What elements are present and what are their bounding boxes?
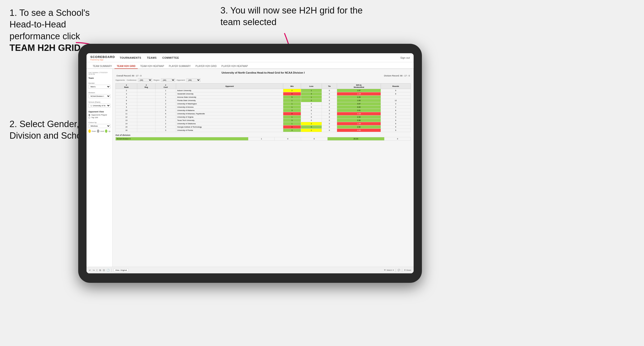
cell-tie: 0 [322,112,337,116]
cell-opponent: University of Florida [176,129,283,132]
sub-nav: TEAM SUMMARY TEAM H2H GRID TEAM H2H HEAT… [86,62,414,69]
sidebar-opponent-label: Opponent View [88,111,110,113]
cell-win: 3 [283,119,301,122]
out-division-name: NCAA Division II [116,137,248,141]
gender-select[interactable]: Men's [88,85,110,89]
cell-diff: -2.29 [337,92,381,96]
undo-btn[interactable]: ↩ [89,269,91,271]
opponent-filter-label: Opponent [176,79,185,81]
cell-rank: 13 [116,119,137,122]
radio-top100[interactable]: Top 100 [88,116,110,119]
cell-reg [137,119,155,122]
watch-btn[interactable]: 👁 Watch ▾ [384,269,394,271]
cell-opponent: Vanderbilt University [176,92,283,96]
cell-loss: 1 [301,96,322,99]
out-of-division-title: Out of division [116,134,411,136]
comment-btn[interactable]: 💬 [398,269,400,271]
out-division-win: 1 [248,137,274,141]
subnav-player-h2h-grid[interactable]: PLAYER H2H GRID [193,64,219,69]
subnav-team-h2h-heatmap[interactable]: TEAM H2H HEATMAP [138,64,166,69]
cell-rank: 15 [116,125,137,129]
cell-diff: 5.56 [337,119,381,122]
cell-rank: 3 [116,92,137,96]
nav-tournaments[interactable]: TOURNAMENTS [120,54,141,61]
swatch-down-label: Down [92,130,96,132]
cell-win: 3 [283,129,301,132]
opponents-filter-label: Opponents: [116,79,125,81]
cell-win: 0 [283,112,301,116]
subnav-team-summary[interactable]: TEAM SUMMARY [90,64,114,69]
region-filter-select[interactable]: (All) [161,78,175,82]
division-select[interactable]: NCAA Division I [88,94,110,98]
out-division-loss: 0 [275,137,301,141]
sidebar-school-label: School (Rank) [88,101,110,103]
school-select[interactable]: 1. University of Nort... [88,104,110,108]
cell-reg [137,116,155,119]
cell-rounds [381,96,410,99]
cell-rank: 2 [116,89,137,92]
sidebar-colour-label: Colour by [88,121,110,124]
cell-rank: 12 [116,116,137,119]
cell-rounds: 2 [381,106,410,109]
view-original-btn[interactable]: View: Original [114,268,128,272]
cell-rounds: 9 [381,89,410,92]
cell-reg [137,129,155,132]
paste-btn[interactable]: ⊡ [103,269,105,271]
cell-reg [137,89,155,92]
bottom-toolbar: ↩ ↪ ⟨ ⧉ ⊡ 🕐 View: Original 👁 Watch ▾ 💬 ⬆… [86,267,414,273]
sidebar-gender-section: Gender Men's [88,82,110,89]
opponent-filter-select[interactable]: (All) [186,78,200,82]
copy-btn[interactable]: ⧉ [99,269,101,272]
table-row: 12 3 University of Virginia 1 0 0 2.33 3 [116,116,411,119]
conference-filter-select[interactable]: (All) [138,78,152,82]
cell-opponent: Georgia Institute of Technology [176,125,283,129]
region-filter-label: Region [154,79,160,81]
cell-loss: 2 [301,99,322,102]
nav-committee[interactable]: COMMITTEE [162,54,179,61]
sign-out-link[interactable]: Sign out [400,56,410,59]
cell-win: 2 [283,89,301,92]
nav-teams[interactable]: TEAMS [147,54,157,61]
col-tie: Tie [322,84,337,89]
share-btn[interactable]: ⬆ Share [404,269,411,271]
cell-rank: 8 [116,102,137,106]
cell-conf: 1 [155,119,176,122]
overall-record: Overall Record: 89 - 17 - 0 [116,75,142,77]
sidebar-division-label: Division [88,92,110,94]
cell-opponent: University of Oklahoma [176,122,283,125]
radio-opponents-played[interactable]: Opponents Played [88,114,110,116]
cell-conf: 6 [155,112,176,116]
cell-reg [137,106,155,109]
sidebar-division-section: Division NCAA Division I [88,92,110,98]
cell-loss: 1 [301,129,322,132]
toolbar-separator-3 [402,269,402,272]
cell-tie: 0 [322,122,337,125]
cell-reg [137,122,155,125]
subnav-team-h2h-grid[interactable]: TEAM H2H GRID [114,64,138,69]
cell-tie: 0 [322,129,337,132]
cell-conf: 3 [155,106,176,109]
h2h-table: #Rank #Reg #Conf Opponent Win Loss Tie D… [116,83,411,132]
cell-win: 0 [283,92,301,96]
clock-btn[interactable]: 🕐 [107,269,110,271]
radio-opponents-icon [88,114,90,116]
colour-select[interactable]: Win/loss [88,124,110,128]
cell-diff: 2.61 [337,109,381,112]
cell-conf: 1 [155,89,176,92]
swatch-down [88,130,91,133]
subnav-player-summary[interactable]: PLAYER SUMMARY [166,64,193,69]
swatch-up-label: Up [108,130,110,132]
subnav-player-h2h-heatmap[interactable]: PLAYER H2H HEATMAP [219,64,250,69]
col-reg: #Reg [137,84,155,89]
col-win: Win [283,84,301,89]
cell-conf: 4 [155,125,176,129]
cell-conf: 2 [155,122,176,125]
cell-rounds: 3 [381,112,410,116]
sidebar-team-section: Team [88,77,110,79]
back-btn[interactable]: ⟨ [96,269,98,271]
redo-btn[interactable]: ↪ [93,269,94,271]
table-body: 2 1 Auburn University 2 1 0 1.67 9 3 2 V… [116,89,411,132]
nav-links: TOURNAMENTS TEAMS COMMITTEE [120,54,400,61]
cell-rank: 14 [116,122,137,125]
sidebar-colour-section: Colour by Win/loss Down Level Up [88,121,110,133]
